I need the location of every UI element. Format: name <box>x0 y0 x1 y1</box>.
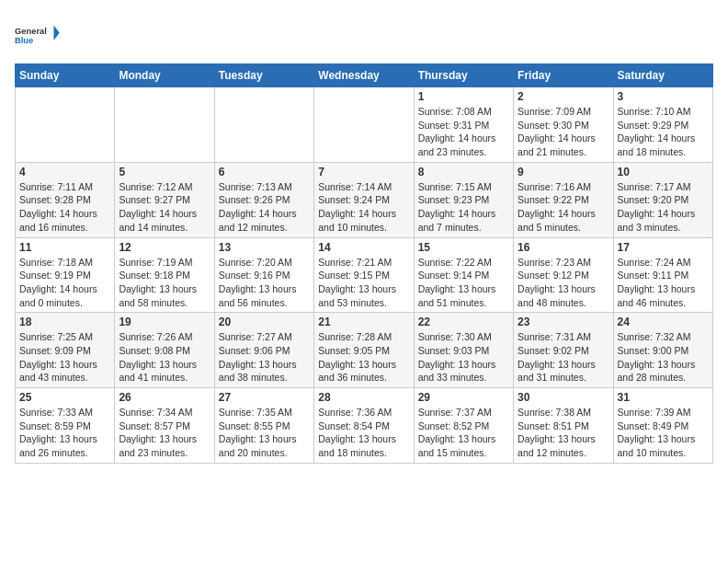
weekday-header-saturday: Saturday <box>613 64 712 87</box>
day-number: 12 <box>119 241 210 254</box>
day-info: Sunrise: 7:17 AMSunset: 9:20 PMDaylight:… <box>618 180 709 235</box>
logo: General Blue <box>15 15 61 56</box>
day-info: Sunrise: 7:08 AMSunset: 9:31 PMDaylight:… <box>418 105 509 159</box>
calendar-cell: 12Sunrise: 7:19 AMSunset: 9:18 PMDayligh… <box>115 237 214 313</box>
day-info: Sunrise: 7:20 AMSunset: 9:16 PMDaylight:… <box>219 256 310 310</box>
weekday-header-tuesday: Tuesday <box>214 64 313 87</box>
calendar-body: 1Sunrise: 7:08 AMSunset: 9:31 PMDaylight… <box>16 87 713 464</box>
calendar-cell: 6Sunrise: 7:13 AMSunset: 9:26 PMDaylight… <box>214 162 313 237</box>
day-number: 6 <box>219 166 310 178</box>
calendar-cell: 26Sunrise: 7:34 AMSunset: 8:57 PMDayligh… <box>115 388 214 464</box>
week-row-3: 11Sunrise: 7:18 AMSunset: 9:19 PMDayligh… <box>16 237 713 313</box>
day-info: Sunrise: 7:25 AMSunset: 9:09 PMDaylight:… <box>19 330 110 385</box>
day-info: Sunrise: 7:34 AMSunset: 8:57 PMDaylight:… <box>119 406 210 460</box>
day-info: Sunrise: 7:39 AMSunset: 8:49 PMDaylight:… <box>618 406 709 460</box>
day-info: Sunrise: 7:16 AMSunset: 9:22 PMDaylight:… <box>518 180 609 235</box>
calendar-cell: 2Sunrise: 7:09 AMSunset: 9:30 PMDaylight… <box>514 87 613 163</box>
day-number: 4 <box>19 166 110 178</box>
calendar-cell: 17Sunrise: 7:24 AMSunset: 9:11 PMDayligh… <box>613 237 712 313</box>
weekday-header-monday: Monday <box>115 64 214 87</box>
weekday-header-wednesday: Wednesday <box>314 64 414 87</box>
calendar-cell <box>314 87 414 163</box>
calendar-cell: 11Sunrise: 7:18 AMSunset: 9:19 PMDayligh… <box>16 237 115 313</box>
svg-marker-2 <box>54 26 60 40</box>
day-number: 17 <box>618 241 709 254</box>
day-info: Sunrise: 7:27 AMSunset: 9:06 PMDaylight:… <box>219 330 310 385</box>
day-info: Sunrise: 7:10 AMSunset: 9:29 PMDaylight:… <box>618 105 709 159</box>
calendar-table: SundayMondayTuesdayWednesdayThursdayFrid… <box>15 63 713 464</box>
calendar-cell: 4Sunrise: 7:11 AMSunset: 9:28 PMDaylight… <box>16 162 115 237</box>
calendar-cell <box>16 87 115 163</box>
week-row-1: 1Sunrise: 7:08 AMSunset: 9:31 PMDaylight… <box>16 87 713 163</box>
day-number: 15 <box>418 241 509 254</box>
day-info: Sunrise: 7:18 AMSunset: 9:19 PMDaylight:… <box>19 256 110 310</box>
week-row-2: 4Sunrise: 7:11 AMSunset: 9:28 PMDaylight… <box>16 162 713 237</box>
calendar-cell: 15Sunrise: 7:22 AMSunset: 9:14 PMDayligh… <box>414 237 513 313</box>
day-number: 1 <box>418 90 509 103</box>
day-info: Sunrise: 7:26 AMSunset: 9:08 PMDaylight:… <box>119 330 210 385</box>
calendar-cell: 19Sunrise: 7:26 AMSunset: 9:08 PMDayligh… <box>115 313 214 388</box>
day-info: Sunrise: 7:35 AMSunset: 8:55 PMDaylight:… <box>219 406 310 460</box>
calendar-cell: 30Sunrise: 7:38 AMSunset: 8:51 PMDayligh… <box>514 388 613 464</box>
calendar-cell: 9Sunrise: 7:16 AMSunset: 9:22 PMDaylight… <box>514 162 613 237</box>
day-info: Sunrise: 7:19 AMSunset: 9:18 PMDaylight:… <box>119 256 210 310</box>
day-number: 22 <box>418 316 509 328</box>
svg-text:General: General <box>15 27 47 36</box>
day-info: Sunrise: 7:22 AMSunset: 9:14 PMDaylight:… <box>418 256 509 310</box>
calendar-cell: 21Sunrise: 7:28 AMSunset: 9:05 PMDayligh… <box>314 313 414 388</box>
calendar-cell <box>115 87 214 163</box>
day-number: 14 <box>318 241 409 254</box>
day-number: 10 <box>618 166 709 178</box>
day-number: 3 <box>618 90 709 103</box>
day-info: Sunrise: 7:33 AMSunset: 8:59 PMDaylight:… <box>19 406 110 460</box>
calendar-cell: 10Sunrise: 7:17 AMSunset: 9:20 PMDayligh… <box>613 162 712 237</box>
week-row-4: 18Sunrise: 7:25 AMSunset: 9:09 PMDayligh… <box>16 313 713 388</box>
day-info: Sunrise: 7:28 AMSunset: 9:05 PMDaylight:… <box>318 330 409 385</box>
day-number: 20 <box>219 316 310 328</box>
calendar-cell: 16Sunrise: 7:23 AMSunset: 9:12 PMDayligh… <box>514 237 613 313</box>
calendar-cell: 14Sunrise: 7:21 AMSunset: 9:15 PMDayligh… <box>314 237 414 313</box>
day-number: 11 <box>19 241 110 254</box>
header: General Blue <box>15 15 713 56</box>
weekday-header-sunday: Sunday <box>16 64 115 87</box>
calendar-cell: 31Sunrise: 7:39 AMSunset: 8:49 PMDayligh… <box>613 388 712 464</box>
day-info: Sunrise: 7:13 AMSunset: 9:26 PMDaylight:… <box>219 180 310 235</box>
day-info: Sunrise: 7:09 AMSunset: 9:30 PMDaylight:… <box>518 105 609 159</box>
day-info: Sunrise: 7:21 AMSunset: 9:15 PMDaylight:… <box>318 256 409 310</box>
day-number: 29 <box>418 391 509 404</box>
day-info: Sunrise: 7:32 AMSunset: 9:00 PMDaylight:… <box>618 330 709 385</box>
day-number: 26 <box>119 391 210 404</box>
calendar-cell: 5Sunrise: 7:12 AMSunset: 9:27 PMDaylight… <box>115 162 214 237</box>
day-number: 16 <box>518 241 609 254</box>
calendar-cell: 1Sunrise: 7:08 AMSunset: 9:31 PMDaylight… <box>414 87 513 163</box>
day-number: 8 <box>418 166 509 178</box>
calendar-cell: 22Sunrise: 7:30 AMSunset: 9:03 PMDayligh… <box>414 313 513 388</box>
day-info: Sunrise: 7:14 AMSunset: 9:24 PMDaylight:… <box>318 180 409 235</box>
weekday-header-thursday: Thursday <box>414 64 513 87</box>
calendar-cell: 28Sunrise: 7:36 AMSunset: 8:54 PMDayligh… <box>314 388 414 464</box>
day-number: 23 <box>518 316 609 328</box>
calendar-cell: 27Sunrise: 7:35 AMSunset: 8:55 PMDayligh… <box>214 388 313 464</box>
day-number: 30 <box>518 391 609 404</box>
calendar-cell: 7Sunrise: 7:14 AMSunset: 9:24 PMDaylight… <box>314 162 414 237</box>
day-number: 18 <box>19 316 110 328</box>
day-number: 21 <box>318 316 409 328</box>
calendar-cell: 25Sunrise: 7:33 AMSunset: 8:59 PMDayligh… <box>16 388 115 464</box>
day-info: Sunrise: 7:11 AMSunset: 9:28 PMDaylight:… <box>19 180 110 235</box>
day-number: 25 <box>19 391 110 404</box>
day-info: Sunrise: 7:37 AMSunset: 8:52 PMDaylight:… <box>418 406 509 460</box>
logo-svg: General Blue <box>15 15 61 56</box>
day-number: 27 <box>219 391 310 404</box>
day-info: Sunrise: 7:38 AMSunset: 8:51 PMDaylight:… <box>518 406 609 460</box>
day-info: Sunrise: 7:30 AMSunset: 9:03 PMDaylight:… <box>418 330 509 385</box>
day-number: 2 <box>518 90 609 103</box>
day-info: Sunrise: 7:23 AMSunset: 9:12 PMDaylight:… <box>518 256 609 310</box>
calendar-cell: 18Sunrise: 7:25 AMSunset: 9:09 PMDayligh… <box>16 313 115 388</box>
calendar-cell: 24Sunrise: 7:32 AMSunset: 9:00 PMDayligh… <box>613 313 712 388</box>
day-number: 5 <box>119 166 210 178</box>
calendar-cell: 13Sunrise: 7:20 AMSunset: 9:16 PMDayligh… <box>214 237 313 313</box>
calendar-cell: 3Sunrise: 7:10 AMSunset: 9:29 PMDaylight… <box>613 87 712 163</box>
weekday-header-row: SundayMondayTuesdayWednesdayThursdayFrid… <box>16 64 713 87</box>
calendar-cell: 20Sunrise: 7:27 AMSunset: 9:06 PMDayligh… <box>214 313 313 388</box>
calendar-cell: 23Sunrise: 7:31 AMSunset: 9:02 PMDayligh… <box>514 313 613 388</box>
